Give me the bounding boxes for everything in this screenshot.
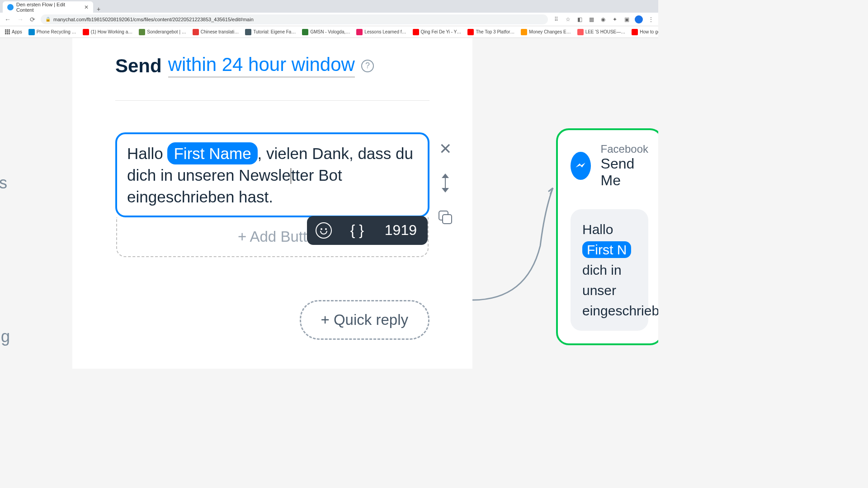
bookmark-favicon-icon — [577, 29, 584, 35]
flow-connector-icon — [472, 183, 558, 309]
preview-header: Facebook Send Me — [571, 143, 648, 189]
menu-icon[interactable]: ⋮ — [647, 16, 655, 23]
side-panel-icon[interactable]: ▣ — [623, 16, 630, 23]
bookmark-favicon-icon — [83, 29, 89, 35]
bookmark-item[interactable]: Money Changes E… — [519, 28, 573, 36]
emoji-button[interactable] — [307, 216, 340, 245]
preview-message-bubble: Hallo First N dich in unser eingeschrieb — [571, 209, 648, 331]
bookmark-item[interactable]: How to get more v… — [629, 28, 658, 36]
bookmark-favicon-icon — [632, 29, 638, 35]
quick-reply-button[interactable]: + Quick reply — [300, 300, 430, 340]
header-section: Send within 24 hour window ? — [72, 38, 472, 78]
bookmark-item[interactable]: Phone Recycling … — [26, 28, 79, 36]
delete-block-button[interactable]: ✕ — [436, 140, 454, 158]
message-text-editor[interactable]: Hallo First Name, vielen Dank, dass du d… — [115, 132, 429, 217]
extension2-icon[interactable]: ▦ — [588, 16, 595, 23]
reorder-block-button[interactable] — [436, 174, 454, 192]
bookmark-item[interactable]: Qing Fei De Yi - Y… — [410, 28, 464, 36]
profile-avatar-icon[interactable] — [635, 15, 643, 23]
apps-button[interactable]: Apps — [3, 28, 24, 35]
close-tab-icon[interactable]: ✕ — [84, 4, 89, 10]
bookmark-favicon-icon — [302, 29, 308, 35]
messenger-icon — [571, 152, 591, 180]
preview-titles: Facebook Send Me — [601, 143, 648, 189]
divider — [115, 100, 429, 101]
preview-variable: First N — [582, 241, 631, 258]
page-title: Send within 24 hour window ? — [115, 54, 429, 78]
translate-icon[interactable]: ⠿ — [552, 16, 560, 23]
char-count: 1919 — [374, 222, 428, 239]
bookmark-favicon-icon — [193, 29, 199, 35]
bookmark-favicon-icon — [413, 29, 419, 35]
left-panel-edge: s g — [0, 38, 9, 369]
lock-icon: 🔒 — [45, 17, 51, 22]
bookmark-item[interactable]: GMSN - Vologda,… — [300, 28, 352, 36]
toolbar-icons: ⠿ ☆ ◧ ▦ ◉ ✦ ▣ ⋮ — [552, 15, 655, 23]
browser-toolbar: ← → ⟳ 🔒 manychat.com/fb198150208192061/c… — [0, 13, 658, 26]
extension3-icon[interactable]: ◉ — [599, 16, 607, 23]
preview-action: Send Me — [601, 155, 648, 189]
forward-button[interactable]: → — [16, 16, 24, 23]
puzzle-icon[interactable]: ✦ — [611, 16, 618, 23]
browser-tabs: Den ersten Flow | Edit Content ✕ + — [0, 0, 658, 13]
bookmark-favicon-icon — [356, 29, 363, 35]
bookmark-favicon-icon — [521, 29, 527, 35]
bookmark-item[interactable]: The Top 3 Platfor… — [465, 28, 517, 36]
editor-toolbar: { } 1919 — [307, 216, 428, 245]
bookmark-item[interactable]: Sonderangebot | … — [137, 28, 189, 36]
bookmark-favicon-icon — [467, 29, 474, 35]
bookmark-item[interactable]: Tutorial: Eigene Fa… — [243, 28, 298, 36]
window-type-dropdown[interactable]: within 24 hour window — [168, 54, 355, 78]
block-side-actions: ✕ — [436, 140, 454, 226]
browser-tab[interactable]: Den ersten Flow | Edit Content ✕ — [3, 1, 93, 13]
message-block: Hallo First Name, vielen Dank, dass du d… — [72, 132, 472, 257]
bookmark-favicon-icon — [245, 29, 251, 35]
preview-panel[interactable]: Facebook Send Me Hallo First N dich in u… — [556, 128, 658, 345]
editor-panel: Send within 24 hour window ? Hallo First… — [72, 38, 472, 369]
help-icon[interactable]: ? — [361, 60, 374, 72]
bookmarks-bar: Apps Phone Recycling … (1) How Working a… — [0, 26, 658, 38]
preview-platform: Facebook — [601, 143, 648, 155]
bookmark-favicon-icon — [139, 29, 145, 35]
add-button-label: + Add Butt — [238, 228, 307, 245]
extension-icon[interactable]: ◧ — [576, 16, 583, 23]
bookmark-item[interactable]: Lessons Learned f… — [354, 28, 408, 36]
tab-title: Den ersten Flow | Edit Content — [16, 2, 81, 13]
star-icon[interactable]: ☆ — [564, 16, 571, 23]
variable-button[interactable]: { } — [340, 216, 374, 245]
text-cursor-icon — [291, 168, 291, 184]
bookmark-item[interactable]: LEE 'S HOUSE—… — [575, 28, 628, 36]
bookmark-favicon-icon — [28, 29, 35, 35]
duplicate-block-button[interactable] — [436, 208, 454, 226]
variable-first-name[interactable]: First Name — [167, 142, 257, 164]
url-bar[interactable]: 🔒 manychat.com/fb198150208192061/cms/fil… — [41, 14, 548, 24]
bookmark-item[interactable]: (1) How Working a… — [80, 28, 135, 36]
emoji-icon — [316, 222, 332, 239]
bookmark-item[interactable]: Chinese translati… — [190, 28, 241, 36]
app-content: s g Send within 24 hour window ? Hallo F… — [0, 38, 658, 369]
copy-icon — [439, 211, 452, 224]
cutoff-text: s — [0, 174, 7, 192]
apps-grid-icon — [5, 29, 10, 34]
send-label: Send — [115, 55, 162, 77]
new-tab-button[interactable]: + — [93, 5, 104, 13]
reload-button[interactable]: ⟳ — [29, 16, 36, 23]
add-button[interactable]: + Add Butt { } 1919 — [116, 217, 429, 257]
url-text: manychat.com/fb198150208192061/cms/files… — [53, 17, 254, 22]
resize-icon — [441, 174, 450, 192]
back-button[interactable]: ← — [4, 16, 12, 23]
tab-favicon-icon — [7, 4, 14, 10]
cutoff-text: g — [1, 327, 10, 346]
